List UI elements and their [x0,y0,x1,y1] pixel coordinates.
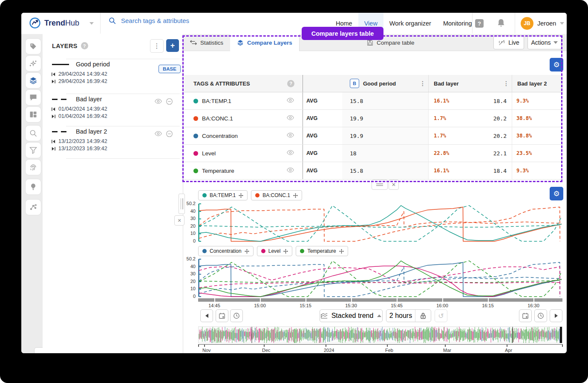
search-input[interactable] [120,17,233,25]
history-button[interactable]: ↺ [435,309,447,322]
help-icon[interactable]: ? [287,80,294,87]
move-icon[interactable] [293,193,298,198]
layer-end: 13/12/2023 16:39:42 [58,145,107,152]
column-header-good-period[interactable]: BGood period⋮ [342,75,429,92]
series-ba-conc-1-good-period [199,207,562,241]
visibility-eye-icon[interactable] [286,114,294,122]
table-row[interactable]: Concentration AVG 19.9 1.7%20.2 38.8% [184,127,563,145]
layer-item-good-period[interactable]: Good period BASE 29/04/2024 14:39:42 29/… [43,59,183,93]
brand-chevron-down-icon[interactable] [89,22,94,25]
column-header-bad-layer-2[interactable]: Bad layer 2 [512,75,563,92]
skip-start-icon [51,107,56,111]
table-row[interactable]: BA:CONC.1 AVG 19.9 1.7%20.2 38.8% [184,110,563,127]
visibility-eye-icon[interactable] [286,97,294,105]
divider [515,13,515,34]
move-icon[interactable] [339,249,344,254]
visibility-eye-icon[interactable] [154,98,162,105]
filter-tool-button[interactable] [25,142,41,158]
chart-settings-button[interactable]: ⚙ [550,187,563,200]
pan-right-button[interactable] [550,309,562,322]
month-label: Apr [505,348,524,353]
visibility-eye-icon[interactable] [286,132,294,140]
time-axis-scrollbar[interactable] [198,298,562,302]
table-row[interactable]: Temperature AVG 15.8 16.1%18.4 9.3% [184,162,563,180]
duration-value[interactable]: 2 hours [386,312,415,320]
chart1-legend: BA:TEMP.1 BA:CONC.1 [198,190,302,200]
column-header-bad-layer[interactable]: Bad layer⋮ [429,75,512,92]
live-signal-off-icon [498,40,505,46]
layers-tool-button[interactable] [25,72,41,89]
app-logo[interactable]: TrendHub [29,17,79,29]
search-tool-button[interactable] [25,125,41,141]
timeline-overview[interactable] [198,326,562,343]
pan-left-button[interactable] [200,309,213,322]
dashboard-tool-button[interactable] [25,106,41,123]
end-time-picker-button[interactable] [534,309,547,322]
end-date-picker-button[interactable] [519,309,532,322]
x-tick-label: 16:30 [524,303,543,308]
column-menu-icon[interactable]: ⋮ [420,80,428,87]
tag-color-dot [193,99,198,103]
plot-canvas[interactable] [198,258,562,299]
help-icon[interactable]: ? [81,42,88,49]
search-bar[interactable] [109,17,233,25]
table-settings-button[interactable]: ⚙ [550,58,563,71]
series-color-dot [300,249,304,253]
layer-start: 01/04/2024 14:39:42 [58,106,107,113]
tab-compare-layers[interactable]: Compare Layers [230,34,300,51]
notifications-bell-icon[interactable] [497,18,505,28]
trend-mode-dropdown[interactable]: Stacked trend [320,309,383,322]
column-menu-icon[interactable]: ⋮ [503,80,512,87]
trend-chart-1[interactable]: 50.2403020100 [176,203,563,243]
trend-chart-2[interactable]: 50.2403020100 [176,258,563,299]
visibility-eye-icon[interactable] [154,130,162,137]
table-row[interactable]: Level AVG 18 22.8%22.1 23.5% [184,145,563,162]
nav-work-organizer[interactable]: Work organizer [383,13,437,34]
network-tool-button[interactable] [25,199,41,215]
skip-start-icon [51,139,56,144]
start-time-picker-button[interactable] [230,309,243,322]
history-icon: ↺ [438,312,444,320]
insights-tool-button[interactable] [25,179,41,195]
chevron-down-icon [553,41,558,44]
series-color-dot [255,193,259,197]
legend-chip[interactable]: BA:CONC.1 [251,190,302,200]
stacked-chart-icon [321,313,328,319]
tags-tool-button[interactable] [25,38,41,54]
table-close-button[interactable]: ✕ [389,180,399,190]
layers-menu-button[interactable]: ⋮ [150,39,164,53]
actions-button[interactable]: Actions [527,36,562,49]
legend-chip[interactable]: Concentration [198,246,254,256]
tab-statistics[interactable]: Statistics [183,34,231,51]
sparkles-tool-button[interactable] [25,55,41,71]
start-date-picker-button[interactable] [216,309,228,322]
month-label: Mar [443,348,462,353]
legend-chip[interactable]: Temperature [296,246,348,256]
move-icon[interactable] [245,249,249,254]
live-button[interactable]: Live [493,36,524,49]
user-menu[interactable]: JB Jeroen [521,17,564,30]
lock-duration-button[interactable] [415,310,431,322]
table-drag-handle[interactable] [372,180,388,190]
move-icon[interactable] [239,193,243,198]
x-tick-label: 14:45 [205,303,224,308]
visibility-eye-icon[interactable] [286,149,294,157]
layer-item-bad-layer-2[interactable]: Bad layer 2 13/12/2023 14:39:42 13/12/20… [43,126,183,158]
move-icon[interactable] [283,249,288,254]
fingerprint-tool-button[interactable] [25,159,41,175]
tag-color-dot [193,116,198,121]
help-button[interactable]: ? [475,19,484,28]
add-layer-button[interactable]: + [166,39,179,52]
table-row[interactable]: BA:TEMP.1 AVG 15.8 16.1%18.4 9.3% [184,92,563,110]
remove-layer-icon[interactable] [166,98,173,105]
legend-chip[interactable]: BA:TEMP.1 [198,190,248,200]
layer-start: 29/04/2024 14:39:42 [58,71,107,78]
comments-tool-button[interactable] [25,89,41,106]
legend-chip[interactable]: Level [257,246,293,256]
remove-layer-icon[interactable] [166,130,173,137]
duration-control[interactable]: 2 hours [386,309,431,322]
compare-layers-table: TAGS & ATTRIBUTES? BGood period⋮ Bad lay… [184,75,563,180]
visibility-eye-icon[interactable] [286,167,294,174]
plot-canvas[interactable] [198,203,562,243]
layer-item-bad-layer[interactable]: Bad layer 01/04/2024 14:39:42 01/04/2024… [43,94,183,126]
